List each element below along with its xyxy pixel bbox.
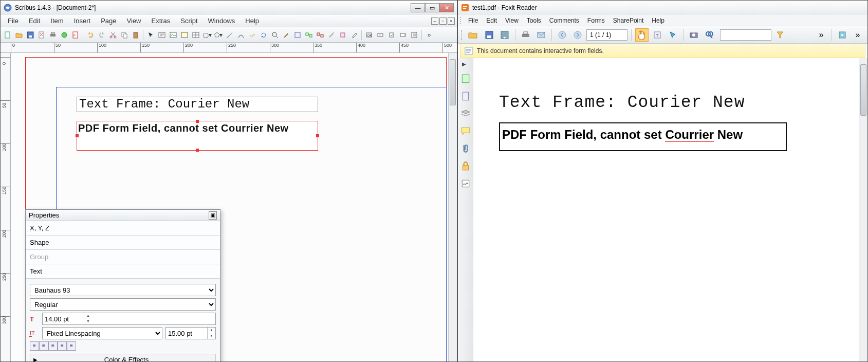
imageframe-icon[interactable]: [168, 30, 178, 40]
rotate-icon[interactable]: [258, 30, 269, 40]
close-doc-icon[interactable]: [36, 30, 47, 40]
page-indicator-field[interactable]: [586, 29, 627, 41]
measure-icon[interactable]: [326, 30, 337, 40]
linespacing-spinner[interactable]: ▲▼: [165, 327, 216, 339]
menubar-grip[interactable]: [460, 17, 462, 24]
vertical-scrollbar[interactable]: [859, 58, 867, 361]
find-icon[interactable]: [703, 28, 716, 42]
eyedropper-icon[interactable]: [349, 30, 359, 40]
resize-handle[interactable]: [76, 134, 79, 137]
open-icon[interactable]: [14, 30, 24, 40]
link-frames-icon[interactable]: [304, 30, 314, 40]
prev-page-icon[interactable]: [556, 28, 569, 42]
security-icon[interactable]: [460, 161, 471, 171]
spin-down[interactable]: ▼: [207, 333, 215, 339]
mdi-restore-button[interactable]: ▫: [439, 17, 447, 25]
mdi-minimize-button[interactable]: –: [431, 17, 438, 25]
resize-handle[interactable]: [196, 120, 199, 123]
resize-handle[interactable]: [196, 149, 199, 152]
align-justify-button[interactable]: ≡: [58, 341, 67, 351]
signatures-icon[interactable]: [460, 178, 471, 189]
line-icon[interactable]: [225, 30, 235, 40]
paste-icon[interactable]: [131, 30, 141, 40]
zoom-icon[interactable]: [270, 30, 280, 40]
pdf-checkbox-icon[interactable]: [386, 30, 397, 40]
unlink-frames-icon[interactable]: [315, 30, 325, 40]
properties-titlebar[interactable]: Properties ▣: [26, 210, 220, 221]
menu-file[interactable]: File: [3, 15, 24, 26]
document-canvas[interactable]: Text Frame: Courier New PDF Form Field, …: [11, 53, 457, 361]
menu-comments[interactable]: Comments: [545, 16, 583, 25]
menu-help[interactable]: Help: [648, 16, 669, 25]
toolbar-overflow-icon[interactable]: »: [815, 28, 828, 42]
pdf-form-field-display[interactable]: PDF Form Field, cannot set Courrier New: [499, 122, 787, 151]
print-icon[interactable]: [48, 30, 58, 40]
menu-help[interactable]: Help: [240, 15, 264, 26]
align-forced-button[interactable]: ≡: [67, 341, 76, 351]
layers-icon[interactable]: [460, 108, 471, 119]
open-icon[interactable]: [465, 27, 481, 43]
align-left-button[interactable]: ≡: [30, 341, 39, 351]
story-editor-icon[interactable]: [292, 30, 303, 40]
font-family-select[interactable]: Bauhaus 93: [30, 284, 216, 296]
menu-insert[interactable]: Insert: [69, 15, 96, 26]
spin-up[interactable]: ▲: [207, 328, 215, 333]
pdf-icon[interactable]: P: [70, 30, 81, 40]
menu-view[interactable]: View: [501, 16, 523, 25]
undo-icon[interactable]: [85, 30, 96, 40]
minimize-button[interactable]: —: [411, 3, 425, 12]
pdf-form-field[interactable]: PDF Form Field, cannot set Courrier New: [77, 121, 318, 151]
comments-icon[interactable]: [460, 126, 471, 136]
menu-script[interactable]: Script: [175, 15, 202, 26]
color-effects-section[interactable]: ▶Color & Effects: [30, 354, 216, 361]
font-size-input[interactable]: [43, 313, 84, 324]
menu-sharepoint[interactable]: SharePoint: [609, 16, 648, 25]
align-right-button[interactable]: ≡: [48, 341, 58, 351]
align-center-button[interactable]: ≡: [39, 341, 48, 351]
save-icon[interactable]: [483, 28, 496, 42]
linespacing-input[interactable]: [166, 328, 207, 339]
email-icon[interactable]: [534, 28, 548, 42]
font-style-select[interactable]: Regular: [30, 298, 216, 311]
menu-windows[interactable]: Windows: [203, 15, 241, 26]
new-icon[interactable]: [3, 30, 13, 40]
menu-forms[interactable]: Forms: [583, 16, 609, 25]
properties-tab-shape[interactable]: Shape: [26, 236, 220, 250]
save-icon[interactable]: [25, 30, 35, 40]
font-size-spinner[interactable]: ▲▼: [42, 313, 216, 325]
toolbar-overflow2-icon[interactable]: »: [851, 28, 864, 42]
print-icon[interactable]: [519, 28, 532, 42]
menu-edit[interactable]: Edit: [482, 16, 501, 25]
pdf-listbox-icon[interactable]: [409, 30, 419, 40]
save-as-icon[interactable]: [498, 28, 511, 42]
scroll-thumb[interactable]: [450, 59, 456, 105]
rendering-icon[interactable]: [179, 30, 190, 40]
vertical-scrollbar[interactable]: [448, 53, 457, 361]
pdf-page[interactable]: Text Frame: Courier New PDF Form Field, …: [473, 58, 859, 361]
pdf-button-icon[interactable]: OK: [364, 30, 374, 40]
properties-tab-xyz[interactable]: X, Y, Z: [26, 221, 220, 236]
text-frame[interactable]: Text Frame: Courier New: [77, 97, 318, 112]
freehand-icon[interactable]: [247, 30, 257, 40]
pdf-combobox-icon[interactable]: [398, 30, 408, 40]
redo-icon[interactable]: [97, 30, 107, 40]
preflight-icon[interactable]: [59, 30, 69, 40]
cut-icon[interactable]: [108, 30, 118, 40]
properties-tab-text[interactable]: Text: [26, 264, 220, 279]
textframe-icon[interactable]: [157, 30, 167, 40]
select-icon[interactable]: [145, 30, 156, 40]
toolbar-grip[interactable]: [461, 30, 463, 40]
menu-tools[interactable]: Tools: [523, 16, 545, 25]
next-page-icon[interactable]: [571, 28, 584, 42]
menu-view[interactable]: View: [122, 15, 146, 26]
expand-nav-button[interactable]: ▶: [462, 61, 469, 66]
close-button[interactable]: ✕: [439, 3, 454, 12]
menu-extras[interactable]: Extras: [146, 15, 176, 26]
select-arrow-icon[interactable]: [666, 28, 679, 42]
mdi-close-button[interactable]: ×: [448, 17, 455, 25]
attachments-icon[interactable]: [460, 143, 471, 154]
menu-page[interactable]: Page: [96, 15, 121, 26]
pages-icon[interactable]: [460, 91, 471, 101]
resize-handle[interactable]: [316, 134, 319, 137]
bookmarks-icon[interactable]: [460, 74, 471, 84]
